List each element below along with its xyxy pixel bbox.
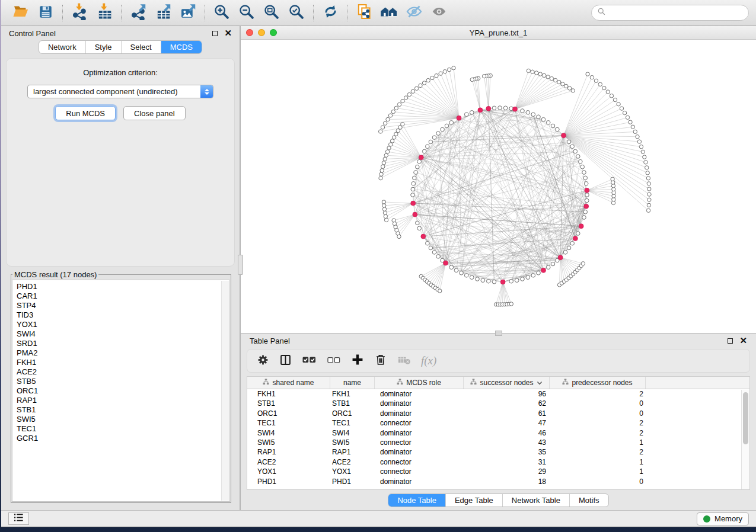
- network-node[interactable]: [580, 165, 585, 169]
- list-item[interactable]: STB1: [17, 405, 229, 415]
- list-item[interactable]: STB5: [17, 377, 229, 386]
- network-hub-node[interactable]: [558, 255, 563, 260]
- network-node[interactable]: [585, 198, 589, 203]
- tab-node-table[interactable]: Node Table: [388, 494, 445, 507]
- network-node[interactable]: [412, 182, 416, 186]
- network-node[interactable]: [452, 66, 455, 70]
- table-row[interactable]: TEC1TEC1connector472: [247, 418, 749, 428]
- list-item[interactable]: TEC1: [17, 424, 229, 434]
- save-session-button[interactable]: [33, 3, 58, 23]
- table-row[interactable]: FKH1FKH1dominator962: [247, 389, 749, 399]
- window-zoom-icon[interactable]: [270, 29, 277, 36]
- network-node[interactable]: [385, 150, 389, 153]
- network-node[interactable]: [417, 159, 422, 164]
- network-node[interactable]: [546, 265, 550, 270]
- network-node[interactable]: [492, 106, 496, 110]
- network-node[interactable]: [460, 271, 464, 275]
- close-panel-button[interactable]: Close panel: [123, 106, 186, 120]
- delete-column-button[interactable]: [374, 353, 387, 368]
- table-settings-button[interactable]: [257, 354, 269, 368]
- network-node[interactable]: [646, 171, 649, 175]
- network-node[interactable]: [561, 82, 564, 86]
- network-hub-node[interactable]: [513, 107, 518, 111]
- network-node[interactable]: [401, 99, 404, 102]
- window-close-icon[interactable]: [246, 29, 253, 36]
- network-hub-node[interactable]: [573, 236, 578, 241]
- tab-style[interactable]: Style: [85, 41, 121, 53]
- network-node[interactable]: [379, 130, 382, 133]
- network-node[interactable]: [582, 171, 586, 175]
- network-node[interactable]: [567, 140, 571, 144]
- network-node[interactable]: [613, 98, 617, 101]
- network-node[interactable]: [503, 106, 508, 110]
- network-node[interactable]: [436, 255, 441, 259]
- hide-graphics-details-button[interactable]: [401, 3, 426, 23]
- table-row[interactable]: STB1STB1dominator620: [247, 399, 749, 408]
- network-node[interactable]: [598, 82, 602, 86]
- network-node[interactable]: [641, 150, 645, 153]
- network-node[interactable]: [571, 89, 575, 92]
- network-node[interactable]: [564, 84, 568, 88]
- list-item[interactable]: FKH1: [17, 358, 229, 367]
- show-graphics-details-button[interactable]: [426, 3, 451, 23]
- list-item[interactable]: SRD1: [17, 339, 229, 348]
- open-file-button[interactable]: [8, 3, 33, 23]
- list-item[interactable]: SWI4: [17, 329, 229, 339]
- network-node[interactable]: [383, 157, 387, 161]
- network-node[interactable]: [449, 121, 454, 125]
- network-hub-node[interactable]: [444, 261, 448, 265]
- tab-network-table[interactable]: Network Table: [502, 494, 569, 507]
- network-node[interactable]: [515, 278, 519, 283]
- network-node[interactable]: [646, 209, 650, 212]
- network-node[interactable]: [449, 265, 454, 270]
- export-table-button[interactable]: [151, 3, 176, 23]
- search-box[interactable]: [591, 5, 749, 21]
- network-node[interactable]: [585, 193, 589, 197]
- network-node[interactable]: [531, 70, 534, 73]
- table-row[interactable]: SWI4SWI4dominator462: [247, 428, 749, 438]
- network-node[interactable]: [464, 274, 468, 278]
- network-node[interactable]: [639, 145, 643, 149]
- optimization-criterion-select[interactable]: largest connected component (undirected): [27, 85, 213, 98]
- network-node[interactable]: [509, 279, 513, 283]
- tab-mcds[interactable]: MCDS: [161, 41, 202, 53]
- import-table-button[interactable]: [92, 3, 117, 23]
- window-minimize-icon[interactable]: [258, 29, 265, 36]
- network-node[interactable]: [611, 177, 614, 181]
- list-item[interactable]: SWI5: [17, 415, 229, 424]
- network-hub-node[interactable]: [486, 106, 491, 111]
- network-node[interactable]: [526, 275, 530, 280]
- network-node[interactable]: [594, 79, 598, 82]
- network-node[interactable]: [487, 279, 491, 283]
- list-item[interactable]: ACE2: [17, 367, 229, 377]
- list-item[interactable]: YOX1: [17, 320, 229, 329]
- network-node[interactable]: [556, 127, 560, 132]
- network-hub-node[interactable]: [500, 280, 505, 284]
- table-row[interactable]: ACE2ACE2connector311: [247, 457, 749, 467]
- network-node[interactable]: [602, 86, 606, 89]
- network-node[interactable]: [546, 75, 550, 79]
- deselect-all-columns-button[interactable]: [327, 354, 341, 368]
- network-window-titlebar[interactable]: YPA_prune.txt_1: [241, 26, 756, 40]
- network-node[interactable]: [521, 277, 525, 281]
- column-layout-button[interactable]: [279, 354, 292, 368]
- network-node[interactable]: [526, 111, 530, 115]
- column-header-MCDS-role[interactable]: MCDS role: [375, 377, 464, 389]
- table-row[interactable]: RAP1RAP1dominator352: [247, 447, 749, 457]
- network-node[interactable]: [631, 125, 634, 129]
- network-node[interactable]: [397, 102, 401, 106]
- tab-motifs[interactable]: Motifs: [569, 494, 608, 507]
- network-node[interactable]: [416, 221, 420, 225]
- network-node[interactable]: [586, 72, 589, 76]
- column-header-name[interactable]: name: [330, 377, 375, 389]
- network-node[interactable]: [436, 132, 441, 136]
- network-hub-node[interactable]: [419, 155, 423, 160]
- network-node[interactable]: [397, 235, 401, 238]
- float-table-panel-icon[interactable]: [728, 338, 733, 344]
- tab-select[interactable]: Select: [121, 41, 161, 53]
- network-node[interactable]: [394, 106, 398, 110]
- network-node[interactable]: [470, 275, 474, 280]
- search-input[interactable]: [610, 8, 743, 17]
- network-node[interactable]: [382, 207, 386, 211]
- network-hub-node[interactable]: [584, 204, 589, 209]
